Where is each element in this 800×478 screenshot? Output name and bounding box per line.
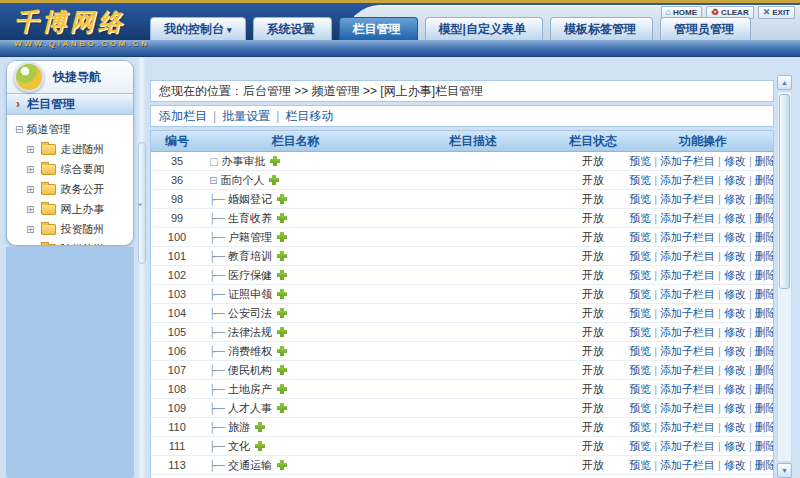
add-sub-column-link[interactable]: 添加子栏目 (660, 174, 715, 186)
tree-item[interactable]: ⊞ 网上办事 (26, 202, 129, 217)
delete-link[interactable]: 删除 (755, 193, 774, 205)
modify-link[interactable]: 修改 (724, 250, 746, 262)
add-sub-column-link[interactable]: 添加子栏目 (660, 212, 715, 224)
add-plus-icon[interactable] (277, 327, 287, 337)
modify-link[interactable]: 修改 (724, 383, 746, 395)
splitter-collapse-handle[interactable] (138, 142, 146, 264)
add-sub-column-link[interactable]: 添加子栏目 (660, 326, 715, 338)
tree-prefix-icon[interactable]: ├── (209, 213, 224, 224)
nav-tab[interactable]: 模板标签管理 (550, 17, 653, 40)
preview-link[interactable]: 预览 (629, 364, 651, 376)
expand-icon[interactable]: ⊞ (26, 224, 34, 235)
delete-link[interactable]: 删除 (755, 440, 774, 452)
add-sub-column-link[interactable]: 添加子栏目 (660, 421, 715, 433)
preview-link[interactable]: 预览 (629, 231, 651, 243)
add-plus-icon[interactable] (277, 232, 287, 242)
tree-item[interactable]: ⊞ 综合要闻 (26, 162, 129, 177)
tree-item[interactable]: ⊞ 投资随州 (26, 222, 129, 237)
tree-prefix-icon[interactable]: ├── (209, 232, 224, 243)
preview-link[interactable]: 预览 (629, 155, 651, 167)
add-plus-icon[interactable] (277, 289, 287, 299)
expand-icon[interactable]: ⊞ (26, 164, 34, 175)
system-button[interactable]: ✕ EXIT (758, 6, 795, 19)
preview-link[interactable]: 预览 (629, 383, 651, 395)
add-plus-icon[interactable] (277, 213, 287, 223)
modify-link[interactable]: 修改 (724, 269, 746, 281)
move-column-link[interactable]: 栏目移动 (285, 109, 333, 123)
modify-link[interactable]: 修改 (724, 421, 746, 433)
delete-link[interactable]: 删除 (755, 402, 774, 414)
tree-prefix-icon[interactable]: ├── (209, 403, 224, 414)
add-sub-column-link[interactable]: 添加子栏目 (660, 288, 715, 300)
delete-link[interactable]: 删除 (755, 307, 774, 319)
modify-link[interactable]: 修改 (724, 364, 746, 376)
tree-root-channel-management[interactable]: ⊟频道管理 (15, 122, 129, 137)
add-sub-column-link[interactable]: 添加子栏目 (660, 402, 715, 414)
add-sub-column-link[interactable]: 添加子栏目 (660, 155, 715, 167)
expand-icon[interactable]: ⊞ (26, 144, 34, 155)
preview-link[interactable]: 预览 (629, 212, 651, 224)
add-sub-column-link[interactable]: 添加子栏目 (660, 193, 715, 205)
collapse-icon[interactable]: ⊟ (15, 124, 23, 135)
add-sub-column-link[interactable]: 添加子栏目 (660, 345, 715, 357)
modify-link[interactable]: 修改 (724, 193, 746, 205)
preview-link[interactable]: 预览 (629, 288, 651, 300)
nav-tab[interactable]: 管理员管理 (660, 17, 751, 40)
tree-prefix-icon[interactable]: ├── (209, 441, 224, 452)
preview-link[interactable]: 预览 (629, 345, 651, 357)
delete-link[interactable]: 删除 (755, 155, 774, 167)
delete-link[interactable]: 删除 (755, 364, 774, 376)
modify-link[interactable]: 修改 (724, 288, 746, 300)
modify-link[interactable]: 修改 (724, 231, 746, 243)
add-plus-icon[interactable] (277, 346, 287, 356)
tree-prefix-icon[interactable]: ├── (209, 327, 224, 338)
delete-link[interactable]: 删除 (755, 231, 774, 243)
tree-prefix-icon[interactable]: □ (209, 156, 217, 167)
add-plus-icon[interactable] (255, 441, 265, 451)
modify-link[interactable]: 修改 (724, 307, 746, 319)
modify-link[interactable]: 修改 (724, 212, 746, 224)
add-plus-icon[interactable] (277, 403, 287, 413)
tree-item[interactable]: ⊞ 随州旅游 (26, 242, 129, 246)
delete-link[interactable]: 删除 (755, 174, 774, 186)
delete-link[interactable]: 删除 (755, 212, 774, 224)
add-plus-icon[interactable] (269, 175, 279, 185)
add-plus-icon[interactable] (277, 194, 287, 204)
preview-link[interactable]: 预览 (629, 174, 651, 186)
delete-link[interactable]: 删除 (755, 421, 774, 433)
scrollbar-thumb[interactable] (779, 94, 790, 289)
add-plus-icon[interactable] (277, 460, 287, 470)
scrollbar-track[interactable] (777, 91, 792, 462)
preview-link[interactable]: 预览 (629, 421, 651, 433)
modify-link[interactable]: 修改 (724, 345, 746, 357)
delete-link[interactable]: 删除 (755, 288, 774, 300)
tree-prefix-icon[interactable]: ⊟ (209, 175, 216, 186)
tree-prefix-icon[interactable]: ├── (209, 251, 224, 262)
batch-settings-link[interactable]: 批量设置 (222, 109, 270, 123)
nav-tab[interactable]: 我的控制台▾ (150, 17, 246, 40)
expand-icon[interactable]: ⊞ (26, 184, 34, 195)
delete-link[interactable]: 删除 (755, 326, 774, 338)
tree-item[interactable]: ⊞ 政务公开 (26, 182, 129, 197)
nav-tab[interactable]: 系统设置 (253, 17, 332, 40)
tree-prefix-icon[interactable]: ├── (209, 384, 224, 395)
preview-link[interactable]: 预览 (629, 459, 651, 471)
modify-link[interactable]: 修改 (724, 326, 746, 338)
sidebar-item-column-management[interactable]: ›栏目管理 (7, 93, 133, 115)
scroll-down-button[interactable]: ▼ (777, 463, 792, 478)
add-plus-icon[interactable] (277, 308, 287, 318)
tree-prefix-icon[interactable]: ├── (209, 289, 224, 300)
preview-link[interactable]: 预览 (629, 193, 651, 205)
delete-link[interactable]: 删除 (755, 383, 774, 395)
add-sub-column-link[interactable]: 添加子栏目 (660, 269, 715, 281)
add-plus-icon[interactable] (277, 251, 287, 261)
add-plus-icon[interactable] (277, 365, 287, 375)
add-sub-column-link[interactable]: 添加子栏目 (660, 364, 715, 376)
tree-item[interactable]: ⊞ 走进随州 (26, 142, 129, 157)
nav-tab[interactable]: 模型|自定义表单 (425, 17, 543, 40)
tree-prefix-icon[interactable]: ├── (209, 365, 224, 376)
tree-prefix-icon[interactable]: ├── (209, 194, 224, 205)
tree-prefix-icon[interactable]: ├── (209, 346, 224, 357)
modify-link[interactable]: 修改 (724, 174, 746, 186)
add-sub-column-link[interactable]: 添加子栏目 (660, 459, 715, 471)
